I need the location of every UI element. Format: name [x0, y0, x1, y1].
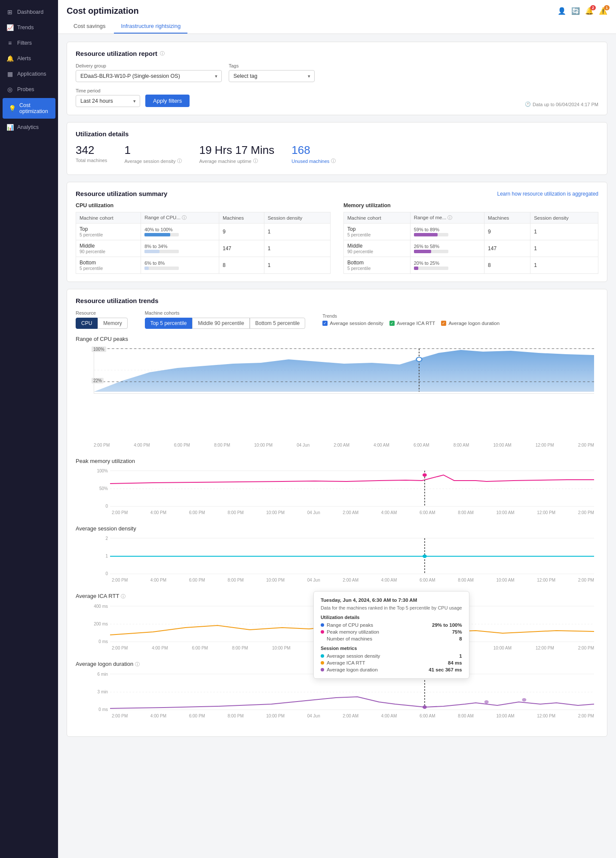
mem-range-info[interactable]: ⓘ [447, 215, 452, 220]
filter-left-group: Time period Last 24 hours Apply filters [76, 88, 190, 107]
sidebar-item-alerts[interactable]: 🔔 Alerts [0, 51, 58, 66]
delivery-group-filter: Delivery group EDaaS-BLR3-W10-P (Single-… [76, 63, 222, 82]
metric-unused-label: Unused machines ⓘ [291, 158, 336, 164]
util-summary-grid: CPU utilization Machine cohort Range of … [76, 202, 598, 274]
page-content: Resource utilization report ⓘ Delivery g… [58, 34, 616, 751]
chart-tooltip: Tuesday, Jun 4, 2024, 6:30 AM to 7:30 AM… [313, 591, 469, 679]
cpu-col-cohort: Machine cohort [76, 212, 141, 224]
probes-icon: ◎ [6, 86, 14, 93]
metric-total-machines: 342 Total machines [76, 144, 107, 164]
peak-memory-chart-section: Peak memory utilization 100% 50% 0 [76, 458, 598, 515]
top5-cohort-btn[interactable]: Top 5 percentile [145, 318, 193, 329]
avg-session-svg [110, 536, 594, 575]
utilization-details-title: Utilization details [76, 130, 598, 138]
cohort-label: Machine cohorts [145, 310, 306, 316]
time-period-label: Time period [76, 88, 140, 93]
util-metrics-row: 342 Total machines 1 Average session den… [76, 144, 598, 164]
aggregation-learn-link[interactable]: Learn how resource utilization is aggreg… [497, 191, 598, 197]
peak-memory-x-labels: 2:00 PM 4:00 PM 6:00 PM 8:00 PM 10:00 PM… [94, 510, 594, 515]
delivery-group-select-wrapper: EDaaS-BLR3-W10-P (Single-session OS) [76, 70, 222, 82]
filter-bottom-row: Time period Last 24 hours Apply filters … [76, 88, 598, 107]
avg-session-info-icon[interactable]: ⓘ [177, 158, 182, 164]
dot-session [321, 654, 324, 658]
delivery-group-label: Delivery group [76, 63, 222, 68]
tooltip-title: Tuesday, Jun 4, 2024, 6:30 AM to 7:30 AM [321, 598, 462, 603]
tab-cost-savings[interactable]: Cost savings [67, 19, 112, 34]
delivery-group-select[interactable]: EDaaS-BLR3-W10-P (Single-session OS) [76, 70, 222, 82]
utilization-details-card: Utilization details 342 Total machines 1… [67, 122, 607, 175]
avg-session-chart-section: Average session density 2 1 0 [76, 525, 598, 582]
user-icon[interactable]: 👤 [558, 7, 566, 15]
tags-select-wrapper: Select tag [229, 70, 315, 82]
resource-label: Resource [76, 310, 128, 316]
memory-resource-btn[interactable]: Memory [98, 318, 127, 329]
sidebar-item-probes[interactable]: ◎ Probes [0, 82, 58, 97]
time-period-select-wrapper: Last 24 hours [76, 95, 140, 107]
sidebar-item-label: Probes [17, 86, 34, 92]
summary-header: Resource utilization summary Learn how r… [76, 190, 598, 197]
time-period-select[interactable]: Last 24 hours [76, 95, 140, 107]
metric-unused-value: 168 [291, 144, 336, 157]
notification-bell-icon[interactable]: 🔔2 [585, 7, 594, 15]
legend-check-session: ✓ [322, 321, 328, 326]
avg-ica-chart-wrapper: 400 ms 200 ms 0 ms [94, 604, 594, 650]
trends-label: Trends [322, 313, 500, 319]
sidebar-item-applications[interactable]: ▦ Applications [0, 66, 58, 82]
warning-icon[interactable]: ⚠️1 [599, 7, 607, 15]
avg-session-x-labels: 2:00 PM 4:00 PM 6:00 PM 8:00 PM 10:00 PM… [94, 578, 594, 582]
legend-avg-ica[interactable]: ✓ Average ICA RTT [389, 321, 435, 326]
metric-total-label: Total machines [76, 158, 107, 163]
svg-point-30 [522, 698, 526, 702]
resource-summary-card: Resource utilization summary Learn how r… [67, 182, 607, 282]
report-info-icon[interactable]: ⓘ [160, 50, 165, 57]
tooltip-logon-val: 41 sec 367 ms [429, 667, 462, 672]
cpu-col-range: Range of CPU... ⓘ [141, 212, 219, 224]
bottom5-cohort-btn[interactable]: Bottom 5 percentile [250, 318, 305, 329]
mem-col-cohort: Machine cohort [344, 212, 411, 224]
unused-machines-info-icon[interactable]: ⓘ [331, 158, 336, 164]
sidebar-item-trends[interactable]: 📈 Trends [0, 20, 58, 35]
cpu-resource-btn[interactable]: CPU [76, 318, 98, 329]
warning-badge: 1 [604, 5, 610, 10]
page-title: Cost optimization [67, 6, 139, 16]
legend-avg-session[interactable]: ✓ Average session density [322, 321, 383, 326]
cpu-range-info[interactable]: ⓘ [182, 215, 187, 220]
tab-infra-rightsizing[interactable]: Infrastructure rightsizing [114, 19, 187, 34]
legend-label-ica: Average ICA RTT [397, 321, 435, 326]
tooltip-subtitle: Data for the machines ranked in the Top … [321, 605, 462, 610]
avg-session-chart-area [110, 536, 594, 576]
sidebar-item-label: Cost optimization [19, 102, 49, 114]
cpu-peaks-chart-wrapper: 100% 22% 2:00 PM 4:00 PM 6:00 PM 8:00 PM… [94, 346, 594, 447]
logon-info-icon[interactable]: ⓘ [135, 662, 140, 667]
sidebar-item-label: Analytics [17, 124, 39, 130]
filter-grid: Delivery group EDaaS-BLR3-W10-P (Single-… [76, 63, 598, 82]
dot-ica [321, 661, 324, 665]
tooltip-row-session: Average session density 1 [321, 653, 462, 659]
peak-memory-title: Peak memory utilization [76, 458, 598, 464]
avg-ica-y-labels: 400 ms 200 ms 0 ms [94, 604, 110, 644]
cpu-col-density: Session density [264, 212, 330, 224]
refresh-icon[interactable]: 🔄 [571, 7, 580, 15]
tags-select[interactable]: Select tag [229, 70, 315, 82]
apply-filters-button[interactable]: Apply filters [145, 95, 190, 107]
analytics-icon: 📊 [6, 124, 14, 131]
unused-machines-link[interactable]: Unused machines [291, 159, 329, 164]
header-icons-group: 👤 🔄 🔔2 ⚠️1 [558, 7, 607, 15]
resource-btn-group: CPU Memory [76, 318, 128, 329]
mem-col-range: Range of me... ⓘ [410, 212, 484, 224]
sidebar-item-dashboard[interactable]: ⊞ Dashboard [0, 4, 58, 20]
legend-avg-logon[interactable]: ✓ Average logon duration [441, 321, 500, 326]
time-period-filter: Time period Last 24 hours [76, 88, 140, 107]
cpu-table-header: Machine cohort Range of CPU... ⓘ Machine… [76, 212, 331, 224]
cohort-control: Machine cohorts Top 5 percentile Middle … [145, 310, 306, 329]
alerts-icon: 🔔 [6, 55, 14, 62]
sidebar-item-filters[interactable]: ≡ Filters [0, 35, 58, 51]
page-header: Cost optimization 👤 🔄 🔔2 ⚠️1 Cost saving… [58, 0, 616, 34]
cpu-22-label: 22% [92, 378, 104, 383]
sidebar-item-analytics[interactable]: 📊 Analytics [0, 120, 58, 135]
peak-memory-chart-row: 100% 50% 0 [94, 469, 594, 509]
sidebar-item-cost-optimization[interactable]: 💡 Cost optimization [3, 98, 55, 119]
avg-uptime-info-icon[interactable]: ⓘ [253, 158, 258, 164]
middle90-cohort-btn[interactable]: Middle 90 percentile [192, 318, 249, 329]
ica-rtt-info-icon[interactable]: ⓘ [121, 594, 126, 599]
